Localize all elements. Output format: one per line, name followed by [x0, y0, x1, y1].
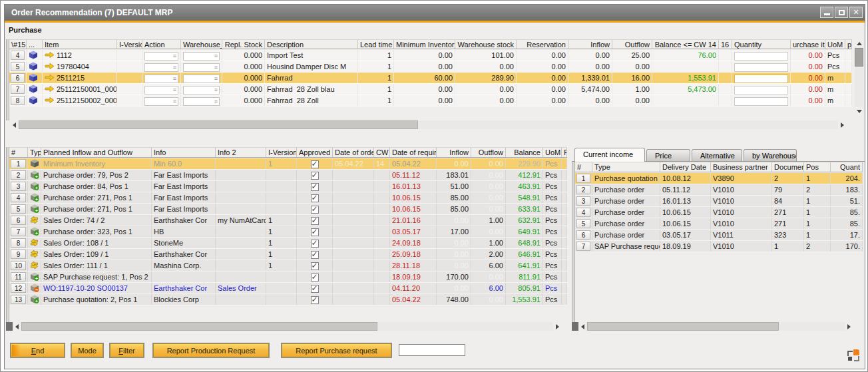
table-row[interactable]: 6Purchase order03.05.17V1011323117.	[575, 230, 863, 241]
column-header-repl[interactable]: Repl. Stock	[222, 40, 265, 49]
table-row[interactable]: 1Purchase quotation10.08.12V389021204.	[575, 173, 863, 184]
column-header-p[interactable]: P	[562, 148, 567, 157]
column-header-action[interactable]: Action	[142, 40, 181, 49]
column-header-num[interactable]: #	[9, 148, 28, 157]
row-selector[interactable]: 4	[576, 208, 590, 217]
row-selector[interactable]: 5	[576, 219, 590, 228]
column-header-cw[interactable]: CW	[374, 148, 390, 157]
row-selector[interactable]: 8	[11, 238, 26, 248]
table-row[interactable]: 41112≡≡0.000Import Test10.00101.000.000.…	[9, 50, 852, 61]
filter-button[interactable]: Filter	[109, 343, 144, 358]
scroll-thumb[interactable]	[21, 322, 377, 331]
layout-squares-icon[interactable]	[847, 349, 859, 361]
column-header-pos[interactable]: Pos	[804, 162, 831, 172]
quantity-input[interactable]	[734, 63, 788, 72]
table-row[interactable]: 5Purchase order: 271, Pos 1Far East Impo…	[9, 204, 567, 215]
column-header-type[interactable]: Type	[592, 162, 660, 172]
scroll-track[interactable]	[586, 322, 845, 331]
column-header-qty[interactable]: Quant	[831, 162, 863, 172]
report-production-request-button[interactable]: Report Production Request	[152, 343, 270, 358]
column-header-icon[interactable]: Typ	[28, 148, 41, 157]
scroll-right-button[interactable]	[845, 322, 853, 331]
row-selector[interactable]: 7	[576, 242, 590, 251]
row-selector[interactable]: 8	[11, 96, 25, 105]
column-header-delivery[interactable]: Delivery Date	[660, 162, 711, 172]
column-header-p[interactable]: p	[845, 40, 852, 49]
scroll-track[interactable]	[855, 47, 863, 107]
column-header-desc[interactable]: Description	[265, 40, 358, 49]
column-header-info2[interactable]: Info 2	[216, 148, 266, 157]
link-arrow-icon[interactable]	[45, 51, 55, 60]
approved-checkbox[interactable]	[311, 274, 319, 281]
column-header-outflow[interactable]: Outflow	[612, 40, 652, 49]
row-selector[interactable]: 2	[11, 170, 26, 180]
approved-checkbox[interactable]	[311, 285, 319, 293]
scrollbar-corner-block[interactable]	[6, 322, 13, 331]
approved-checkbox[interactable]	[311, 160, 319, 168]
row-selector[interactable]: 12	[11, 283, 26, 293]
table-row[interactable]: 2Purchase order05.11.12V1010792183.	[575, 184, 863, 196]
table-row[interactable]: 4Purchase order10.06.15V1010271185.	[575, 207, 863, 218]
approved-checkbox[interactable]	[311, 228, 319, 236]
action-dropdown[interactable]: ≡	[144, 75, 178, 83]
table-row[interactable]: 7SAP Purchase request18.09.19V101012170.	[575, 241, 863, 252]
tab-alternative[interactable]: Alternative	[692, 149, 742, 161]
row-selector[interactable]: 11	[11, 272, 26, 281]
row-selector[interactable]: 6	[11, 216, 26, 225]
approved-checkbox[interactable]	[311, 206, 319, 214]
column-header-balance[interactable]: Balance <= CW 14	[652, 40, 719, 49]
table-row[interactable]: 725112150001_000≡≡0.000Fahrrad 28 Zoll b…	[9, 84, 852, 95]
row-selector[interactable]: 6	[11, 73, 25, 83]
table-row[interactable]: 5Purchase order10.06.15V1010271185.	[575, 218, 863, 230]
approved-checkbox[interactable]	[311, 296, 319, 304]
row-selector[interactable]: 4	[11, 51, 25, 60]
minimize-button[interactable]	[820, 7, 833, 18]
scroll-thumb[interactable]	[587, 322, 779, 331]
row-selector[interactable]: 1	[11, 159, 26, 168]
approved-checkbox[interactable]	[311, 217, 319, 225]
row-selector[interactable]: 5	[11, 62, 25, 71]
approved-checkbox[interactable]	[311, 262, 319, 270]
column-header-uom[interactable]: UoM	[543, 148, 562, 157]
quantity-input[interactable]	[734, 86, 788, 94]
column-header-doc[interactable]: Document	[772, 162, 804, 172]
scroll-thumb[interactable]	[19, 120, 418, 129]
column-header-iversion[interactable]: I-Version	[117, 40, 142, 49]
column-header-icon[interactable]: ...	[27, 40, 43, 49]
approved-checkbox[interactable]	[311, 251, 319, 259]
table-row[interactable]: 825112150002_000≡≡0.000Fahrrad 28 Zoll10…	[9, 95, 852, 106]
tab-current-income[interactable]: Current income	[574, 148, 645, 162]
column-header-inflow[interactable]: Inflow	[568, 40, 612, 49]
scrollbar-corner-block[interactable]	[572, 322, 578, 331]
row-selector[interactable]: 1	[576, 174, 590, 183]
column-header-wh_from[interactable]: Warehouse_from	[181, 40, 222, 49]
row-selector[interactable]: 7	[11, 227, 26, 236]
row-selector[interactable]: 7	[11, 85, 25, 94]
quantity-input[interactable]	[734, 97, 788, 106]
column-header-balance[interactable]: Balance	[506, 148, 543, 157]
row-selector[interactable]: 2	[576, 185, 590, 194]
table-row[interactable]: 6Sales Order: 74 / 2Earthshaker Cormy Nu…	[9, 215, 567, 226]
row-selector[interactable]: 13	[11, 295, 26, 304]
table-row[interactable]: 11SAP Purchase request: 1, Pos 218.09.19…	[9, 272, 567, 283]
table-row[interactable]: 7Purchase order: 323, Pos 1HB103.05.1717…	[9, 226, 567, 238]
wh_from-dropdown[interactable]: ≡	[183, 75, 220, 83]
action-dropdown[interactable]: ≡	[144, 97, 178, 106]
column-header-inflow[interactable]: Inflow	[437, 148, 471, 157]
scroll-down-button[interactable]	[855, 107, 863, 115]
link-arrow-icon[interactable]	[45, 63, 55, 71]
wh_from-dropdown[interactable]: ≡	[183, 97, 220, 106]
column-header-uom[interactable]: UoM	[825, 40, 845, 49]
column-header-wh_stock[interactable]: Warehouse stock	[455, 40, 517, 49]
table-row[interactable]: 13Purchase quotation: 2, Pos 1Blockies C…	[9, 294, 567, 305]
column-header-iversion[interactable]: I-Version	[266, 148, 297, 157]
scroll-track[interactable]	[21, 322, 553, 331]
table-row[interactable]: 8Sales Order: 108 / 1StoneMe124.09.180.0…	[9, 238, 567, 249]
column-header-outflow[interactable]: Outflow	[471, 148, 506, 157]
table-row[interactable]: 3Purchase order: 84, Pos 1Far East Impor…	[9, 181, 567, 192]
scroll-left-button[interactable]	[13, 322, 21, 331]
link-arrow-icon[interactable]	[45, 85, 55, 94]
table-row[interactable]: 2Purchase order: 79, Pos 2Far East Impor…	[9, 170, 567, 181]
link-arrow-icon[interactable]	[45, 96, 55, 105]
scroll-left-button[interactable]	[578, 322, 586, 331]
